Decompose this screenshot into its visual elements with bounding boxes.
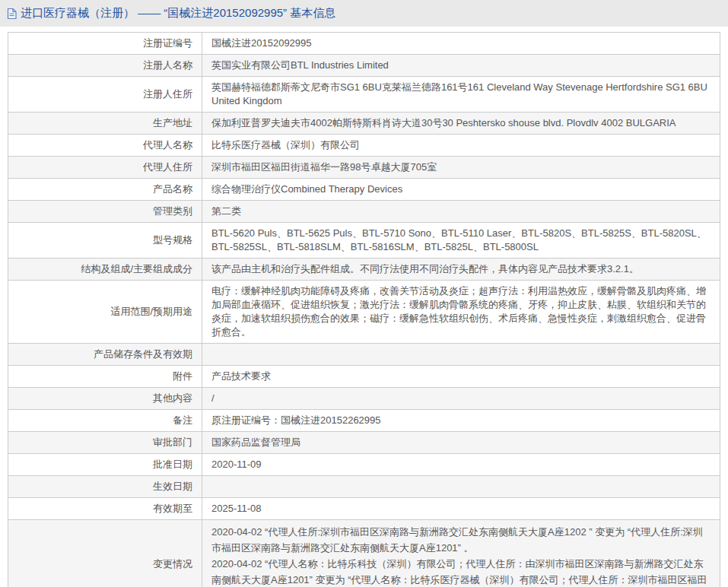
- table-row: 审批部门国家药品监督管理局: [8, 432, 720, 454]
- table-row: 注册人名称英国实业有限公司BTL Industries Limited: [8, 55, 720, 77]
- table-row: 生效日期: [8, 476, 720, 498]
- table-row: 有效期至2025-11-08: [8, 498, 720, 520]
- table-row: 生产地址保加利亚普罗夫迪夫市4002帕斯特斯科肖诗大道30号30 Peshter…: [8, 113, 720, 135]
- row-label: 结构及组成/主要组成成分: [8, 259, 202, 281]
- row-label: 产品名称: [8, 179, 202, 201]
- row-value: 电疗：缓解神经肌肉功能障碍及疼痛，改善关节活动及炎症；超声疗法：利用温热效应，缓…: [202, 281, 720, 344]
- row-value: 原注册证编号：国械注进20152262995: [202, 410, 720, 432]
- row-label: 其他内容: [8, 388, 202, 410]
- row-label: 型号规格: [8, 223, 202, 259]
- table-row: 附件产品技术要求: [8, 366, 720, 388]
- row-label: 注册人住所: [8, 77, 202, 113]
- row-value: 2020-11-09: [202, 454, 720, 476]
- table-row: 代理人名称比特乐医疗器械（深圳）有限公司: [8, 135, 720, 157]
- table-row: 适用范围/预期用途电疗：缓解神经肌肉功能障碍及疼痛，改善关节活动及炎症；超声疗法…: [8, 281, 720, 344]
- row-value: 2025-11-08: [202, 498, 720, 520]
- document-icon: [6, 8, 17, 20]
- value-line: 2020-04-02 “代理人住所:深圳市福田区深南路与新洲路交汇处东南侧航天大…: [211, 524, 711, 556]
- table-row: 结构及组成/主要组成成分该产品由主机和治疗头配件组成。不同疗法使用不同治疗头配件…: [8, 259, 720, 281]
- row-value: [202, 344, 720, 366]
- row-value: 比特乐医疗器械（深圳）有限公司: [202, 135, 720, 157]
- table-row: 其他内容/: [8, 388, 720, 410]
- table-row: 代理人住所深圳市福田区福田街道福华一路98号卓越大厦705室: [8, 157, 720, 179]
- table-row: 注册证编号国械注进20152092995: [8, 33, 720, 55]
- table-row: 变更情况2020-04-02 “代理人住所:深圳市福田区深南路与新洲路交汇处东南…: [8, 520, 720, 587]
- row-value: 保加利亚普罗夫迪夫市4002帕斯特斯科肖诗大道30号30 Peshtersko …: [202, 113, 720, 135]
- row-value: 该产品由主机和治疗头配件组成。不同疗法使用不同治疗头配件，具体内容见产品技术要求…: [202, 259, 720, 281]
- table-row: 产品名称综合物理治疗仪Combined Therapy Devices: [8, 179, 720, 201]
- page-titlebar: 进口医疗器械（注册） —— “国械注进20152092995” 基本信息: [0, 0, 728, 27]
- row-value: 国械注进20152092995: [202, 33, 720, 55]
- row-value: 深圳市福田区福田街道福华一路98号卓越大厦705室: [202, 157, 720, 179]
- row-value: /: [202, 388, 720, 410]
- row-label: 备注: [8, 410, 202, 432]
- row-label: 注册人名称: [8, 55, 202, 77]
- value-line: 2020-04-02 “代理人名称：比特乐科技（深圳）有限公司；代理人住所：由深…: [211, 556, 711, 587]
- registration-table-body: 注册证编号国械注进20152092995注册人名称英国实业有限公司BTL Ind…: [8, 33, 720, 587]
- row-label: 生产地址: [8, 113, 202, 135]
- row-value: 英国实业有限公司BTL Industries Limited: [202, 55, 720, 77]
- table-row: 批准日期2020-11-09: [8, 454, 720, 476]
- row-label: 生效日期: [8, 476, 202, 498]
- table-row: 备注原注册证编号：国械注进20152262995: [8, 410, 720, 432]
- row-label: 适用范围/预期用途: [8, 281, 202, 344]
- row-value: 产品技术要求: [202, 366, 720, 388]
- row-value: 国家药品监督管理局: [202, 432, 720, 454]
- row-label: 附件: [8, 366, 202, 388]
- row-label: 有效期至: [8, 498, 202, 520]
- table-row: 产品储存条件及有效期: [8, 344, 720, 366]
- page-title: 进口医疗器械（注册） —— “国械注进20152092995” 基本信息: [21, 6, 335, 21]
- table-row: 型号规格BTL-5620 Puls、BTL-5625 Puls、BTL-5710…: [8, 223, 720, 259]
- row-value: BTL-5620 Puls、BTL-5625 Puls、BTL-5710 Son…: [202, 223, 720, 259]
- row-label: 注册证编号: [8, 33, 202, 55]
- table-row: 注册人住所英国赫特福德郡斯蒂文尼奇市SG1 6BU克莱福兰德路161号161 C…: [8, 77, 720, 113]
- row-label: 产品储存条件及有效期: [8, 344, 202, 366]
- registration-info-table: 注册证编号国械注进20152092995注册人名称英国实业有限公司BTL Ind…: [8, 32, 720, 587]
- row-label: 代理人名称: [8, 135, 202, 157]
- row-value: 2020-04-02 “代理人住所:深圳市福田区深南路与新洲路交汇处东南侧航天大…: [202, 520, 720, 587]
- row-value: 英国赫特福德郡斯蒂文尼奇市SG1 6BU克莱福兰德路161号161 Clevel…: [202, 77, 720, 113]
- row-label: 审批部门: [8, 432, 202, 454]
- row-value: [202, 476, 720, 498]
- row-value: 第二类: [202, 201, 720, 223]
- row-label: 变更情况: [8, 520, 202, 587]
- row-label: 代理人住所: [8, 157, 202, 179]
- row-value: 综合物理治疗仪Combined Therapy Devices: [202, 179, 720, 201]
- table-row: 管理类别第二类: [8, 201, 720, 223]
- row-label: 管理类别: [8, 201, 202, 223]
- row-label: 批准日期: [8, 454, 202, 476]
